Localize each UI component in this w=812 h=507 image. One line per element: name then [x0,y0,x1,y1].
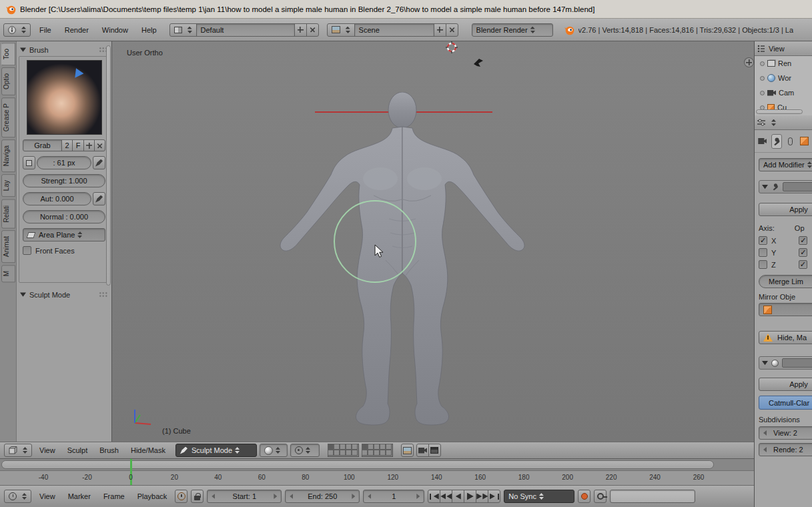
3d-viewport[interactable]: User Ortho [112,41,754,442]
layer-toggle[interactable] [386,450,392,456]
layer-toggle[interactable] [368,444,374,450]
av-sync-dropdown[interactable]: No Sync [504,490,574,503]
decrement-arrow-icon[interactable] [290,494,293,499]
expand-icon[interactable] [760,76,765,81]
layer-toggle[interactable] [334,450,340,456]
play-reverse-button[interactable] [452,490,464,503]
layer-toggle[interactable] [374,444,380,450]
keying-set-field[interactable] [610,490,695,503]
add-modifier-dropdown[interactable]: Add Modifier [759,158,812,171]
menu-render[interactable]: Render [60,26,93,34]
fake-user-button[interactable]: F [72,139,84,151]
frame-start-field[interactable]: Start: 1 [207,490,282,503]
front-faces-checkbox[interactable] [23,246,31,255]
layer-toggle[interactable] [328,450,334,456]
radius-slider[interactable]: : 61 px [37,156,91,169]
brush-panel-header[interactable]: Brush [19,43,109,56]
layer-toggle[interactable] [380,444,386,450]
menu-frame[interactable]: Frame [99,492,129,500]
outliner-item-world[interactable]: Wor [755,71,812,85]
axis-z-checkbox[interactable] [759,260,767,269]
increment-arrow-icon[interactable] [416,494,420,499]
layer-toggle[interactable] [386,444,392,450]
outliner-item-renderlayers[interactable]: Ren [755,56,812,71]
timeline-ruler[interactable]: -40-200204060801001201401601802002202402… [0,471,754,485]
opengl-render-anim-button[interactable] [428,444,441,457]
tab-grease-pencil[interactable]: Grease P [1,97,15,137]
editor-type-selector[interactable] [4,444,32,457]
layer-toggle[interactable] [362,450,368,456]
expand-icon[interactable] [760,61,765,66]
open-properties-region-button[interactable] [744,57,754,67]
tab-options[interactable]: Optio [1,67,15,95]
tab-misc[interactable]: M [1,265,15,282]
menu-marker[interactable]: Marker [63,492,95,500]
layer-toggle[interactable] [340,450,346,456]
increment-arrow-icon[interactable] [274,494,277,499]
increment-arrow-icon[interactable] [352,494,355,499]
catmull-clark-toggle[interactable]: Catmull-Clar [759,396,812,410]
layer-toggle[interactable] [352,444,358,450]
autosmooth-pressure-button[interactable] [93,192,105,205]
tool-shelf-scrollbar[interactable] [106,45,111,286]
layer-toggle[interactable] [328,444,334,450]
modifier-name-field[interactable] [783,182,812,191]
mirror-modifier-header[interactable] [759,180,812,193]
layer-toggle[interactable] [334,444,340,450]
layer-toggle[interactable] [352,450,358,456]
tab-relations[interactable]: Relati [1,199,15,229]
pivot-point-dropdown[interactable] [290,444,320,457]
radius-pressure-button[interactable] [93,156,105,169]
layer-toggle[interactable] [346,450,352,456]
decrement-arrow-icon[interactable] [763,430,767,436]
expand-icon[interactable] [760,91,765,95]
option-vertex-groups-checkbox[interactable] [799,260,807,269]
tab-object[interactable] [799,134,809,149]
subdivisions-render-field[interactable]: Rende: 2 [759,443,812,456]
current-frame-field[interactable]: 1 [363,490,424,503]
editor-type-selector[interactable] [3,23,31,37]
outliner-scrollbar[interactable] [756,109,803,114]
render-engine-dropdown[interactable]: Blender Render [472,23,553,37]
option-merge-checkbox[interactable] [799,236,807,245]
layer-toggle[interactable] [380,450,386,456]
frame-end-field[interactable]: End: 250 [285,490,360,503]
menu-sculpt[interactable]: Sculpt [63,446,93,454]
previous-keyframe-button[interactable] [440,490,452,503]
layer-toggle[interactable] [374,450,380,456]
scene-delete-button[interactable] [446,23,458,37]
menu-file[interactable]: File [35,26,56,34]
screen-layout-field[interactable]: Default [196,23,295,37]
viewport-shading-dropdown[interactable] [260,444,288,457]
menu-view[interactable]: View [769,45,785,53]
menu-brush[interactable]: Brush [95,446,123,454]
sculpt-mode-panel-header[interactable]: Sculpt Mode [19,288,109,301]
axis-y-checkbox[interactable] [759,248,767,257]
scene-add-button[interactable] [434,23,446,37]
next-keyframe-button[interactable] [476,490,488,503]
opengl-render-button[interactable] [416,444,429,457]
tab-navigation[interactable]: Naviga [1,139,15,172]
decrement-arrow-icon[interactable] [763,447,767,452]
mirror-apply-button[interactable]: Apply [759,203,812,216]
option-clipping-checkbox[interactable] [799,248,807,257]
play-button[interactable] [464,490,476,503]
timeline-scrollbar[interactable] [1,460,714,469]
menu-hide-mask[interactable]: Hide/Mask [126,446,170,454]
subsurf-modifier-header[interactable] [759,356,812,370]
autosmooth-slider[interactable]: Aut: 0.000 [23,192,91,205]
tab-constraints[interactable] [785,134,796,149]
mirror-object-field[interactable] [759,303,812,316]
editor-type-selector[interactable] [4,490,31,503]
outliner-item-camera[interactable]: Cam [755,85,812,100]
keying-options-button[interactable] [594,490,606,503]
layer-toggle[interactable] [368,450,374,456]
scene-browse-button[interactable] [327,23,355,37]
modifier-warning-button[interactable]: Hide, Ma [759,331,812,344]
screen-layout-delete-button[interactable] [306,23,319,37]
panel-drag-dots-icon[interactable] [99,292,108,298]
radius-unit-button[interactable] [23,156,35,169]
tab-render[interactable] [757,134,768,149]
sculpt-plane-dropdown[interactable]: Area Plane [23,228,105,241]
modifier-name-field[interactable] [782,358,812,368]
